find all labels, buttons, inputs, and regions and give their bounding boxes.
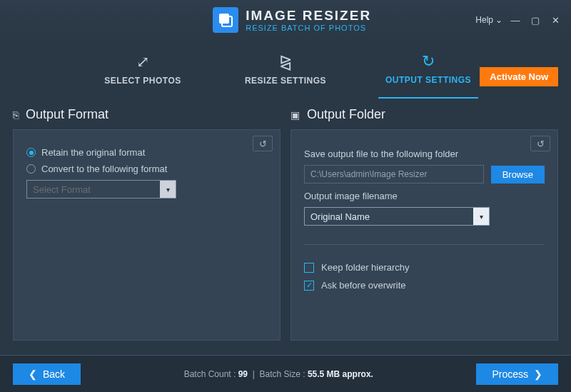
tab-output-settings[interactable]: ↻ OUTPUT SETTINGS: [378, 40, 478, 99]
tab-resize-settings[interactable]: ⧎ RESIZE SETTINGS: [236, 40, 335, 99]
export-icon: ⎘: [13, 109, 19, 121]
output-folder-panel: ↺ Save output file to the following fold…: [290, 129, 558, 341]
output-folder-header: ▣ Output Folder: [290, 104, 558, 129]
checkbox-keep-hierarchy[interactable]: Keep folder hierarchy: [304, 262, 545, 273]
chevron-down-icon[interactable]: ▾: [473, 208, 489, 225]
output-format-panel: ↺ Retain the original format Convert to …: [13, 129, 281, 341]
reset-format-button[interactable]: ↺: [253, 136, 273, 151]
checkbox-ask-overwrite[interactable]: ✓ Ask before overwrite: [304, 280, 545, 291]
app-title: IMAGE RESIZER: [246, 8, 371, 24]
output-path-input[interactable]: [304, 165, 484, 184]
batch-status: Batch Count : 99 | Batch Size : 55.5 MB …: [184, 369, 373, 379]
save-folder-label: Save output file to the following folder: [304, 149, 545, 159]
close-button[interactable]: ✕: [548, 13, 562, 27]
folder-export-icon: ▣: [290, 109, 300, 121]
output-format-header: ⎘ Output Format: [13, 104, 281, 129]
tab-bar: ⤢ SELECT PHOTOS ⧎ RESIZE SETTINGS ↻ OUTP…: [0, 40, 571, 99]
radio-retain-format[interactable]: Retain the original format: [26, 147, 267, 158]
help-menu[interactable]: Help ⌄: [475, 15, 502, 25]
filename-select[interactable]: ▾: [304, 207, 490, 226]
chevron-down-icon[interactable]: ▾: [160, 181, 176, 198]
browse-button[interactable]: Browse: [491, 166, 545, 184]
undo-icon: ↺: [537, 139, 545, 149]
app-logo-icon: [213, 7, 238, 33]
chevron-right-icon: ❯: [534, 368, 542, 380]
filename-label: Output image filename: [304, 191, 545, 201]
back-button[interactable]: ❮ Back: [13, 363, 81, 385]
footer-bar: ❮ Back Batch Count : 99 | Batch Size : 5…: [0, 355, 571, 392]
radio-convert-format[interactable]: Convert to the following format: [26, 164, 267, 174]
activate-now-button[interactable]: Activate Now: [480, 67, 558, 86]
format-select-input[interactable]: [27, 181, 160, 198]
titlebar: IMAGE RESIZER RESIZE BATCH OF PHOTOS Hel…: [0, 0, 571, 40]
app-brand: IMAGE RESIZER RESIZE BATCH OF PHOTOS: [213, 7, 371, 33]
reset-folder-button[interactable]: ↺: [530, 136, 550, 151]
tab-select-photos[interactable]: ⤢ SELECT PHOTOS: [93, 40, 193, 99]
format-select[interactable]: ▾: [26, 180, 176, 198]
minimize-button[interactable]: —: [508, 13, 522, 27]
chevron-left-icon: ❮: [29, 368, 37, 380]
svg-rect-0: [219, 14, 229, 24]
undo-icon: ↺: [259, 139, 267, 149]
maximize-button[interactable]: ▢: [528, 13, 542, 27]
mirror-icon: ⧎: [279, 53, 292, 71]
app-subtitle: RESIZE BATCH OF PHOTOS: [246, 24, 371, 32]
refresh-icon: ↻: [422, 52, 435, 71]
filename-select-input[interactable]: [305, 208, 473, 225]
content-area: ⎘ Output Format ↺ Retain the original fo…: [0, 99, 571, 341]
process-button[interactable]: Process ❯: [476, 363, 558, 385]
chevron-down-icon: ⌄: [495, 15, 502, 25]
expand-icon: ⤢: [136, 53, 149, 71]
